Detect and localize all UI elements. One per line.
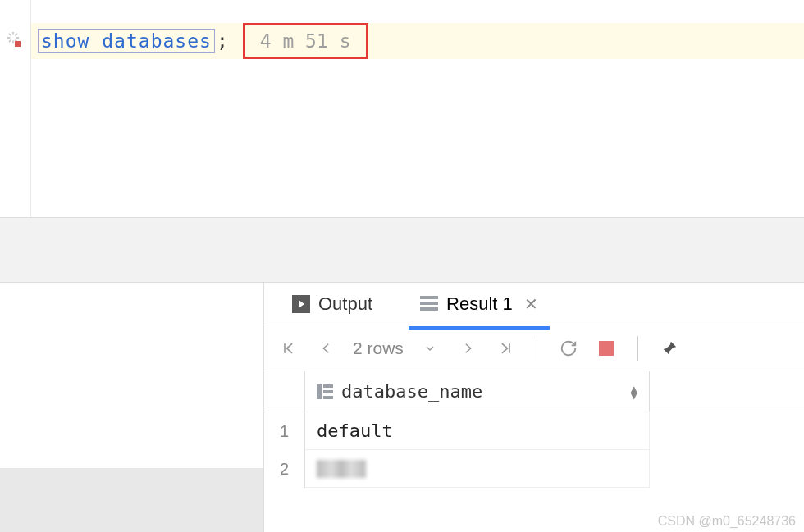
sql-identifier: databases — [102, 30, 212, 52]
tab-result-1[interactable]: Result 1 ✕ — [409, 287, 550, 321]
row-number-header — [264, 371, 305, 412]
first-page-button[interactable] — [277, 337, 300, 360]
row-number: 2 — [264, 450, 305, 488]
execution-timer: 4 m 51 s — [243, 23, 368, 59]
column-header-database-name[interactable]: database_name ▲▼ — [305, 371, 650, 412]
close-icon[interactable]: ✕ — [524, 294, 538, 314]
results-panel: Output Result 1 ✕ 2 rows — [264, 283, 804, 532]
sort-icon[interactable]: ▲▼ — [631, 385, 637, 398]
execution-marker-icon — [15, 41, 21, 47]
code-editor[interactable]: show databases; 4 m 51 s — [31, 0, 804, 217]
last-page-button[interactable] — [494, 337, 517, 360]
semicolon: ; — [217, 30, 228, 52]
left-panel-bottom — [0, 468, 263, 532]
svg-line-2 — [9, 34, 11, 35]
sql-statement[interactable]: show databases — [38, 29, 215, 53]
svg-line-7 — [16, 34, 17, 35]
tab-output-label: Output — [318, 293, 372, 315]
dropdown-button[interactable] — [418, 337, 441, 360]
table-row[interactable]: 1 default — [264, 412, 804, 450]
column-icon — [317, 384, 333, 399]
left-panel — [0, 283, 264, 532]
output-icon — [292, 295, 310, 313]
result-table: database_name ▲▼ 1 default 2 — [264, 371, 804, 488]
row-number: 1 — [264, 412, 305, 450]
grid-icon — [420, 296, 438, 312]
editor-area: show databases; 4 m 51 s — [0, 0, 804, 217]
divider — [0, 217, 804, 283]
left-panel-top — [0, 283, 263, 468]
editor-gutter — [0, 0, 31, 217]
table-row[interactable]: 2 — [264, 450, 804, 488]
refresh-button[interactable] — [557, 337, 580, 360]
stop-icon — [599, 341, 614, 356]
watermark: CSDN @m0_65248736 — [658, 514, 796, 529]
rows-count-label: 2 rows — [353, 339, 404, 358]
table-header-row: database_name ▲▼ — [264, 371, 804, 412]
redacted-value — [317, 460, 366, 478]
results-toolbar: 2 rows — [264, 325, 804, 371]
pin-button[interactable] — [658, 337, 681, 360]
tab-bar: Output Result 1 ✕ — [264, 283, 804, 325]
sql-keyword: show — [41, 30, 89, 52]
cell-database-name[interactable]: default — [305, 412, 650, 450]
cell-database-name[interactable] — [305, 450, 650, 488]
tab-output[interactable]: Output — [281, 287, 384, 321]
toolbar-separator — [537, 336, 537, 361]
tab-result-label: Result 1 — [446, 293, 513, 315]
stop-button[interactable] — [595, 337, 618, 360]
code-line[interactable]: show databases; 4 m 51 s — [31, 23, 804, 59]
results-area: Output Result 1 ✕ 2 rows — [0, 283, 804, 532]
svg-line-6 — [9, 40, 11, 42]
toolbar-separator — [637, 336, 638, 361]
prev-page-button[interactable] — [315, 337, 338, 360]
next-page-button[interactable] — [456, 337, 479, 360]
column-header-label: database_name — [341, 381, 482, 402]
